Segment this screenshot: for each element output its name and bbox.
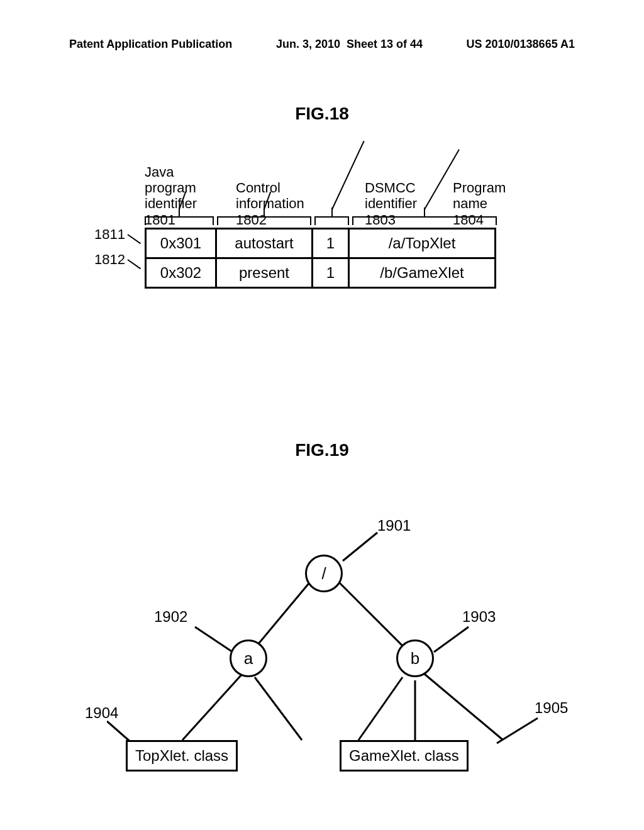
- node-gamexlet-ref: 1905: [535, 699, 568, 717]
- node-gamexlet: GameXlet. class: [340, 740, 469, 772]
- publication-type: Patent Application Publication: [69, 38, 232, 51]
- cell-java-prog-id: 0x301: [146, 229, 216, 258]
- svg-line-8: [195, 627, 233, 652]
- svg-line-1: [333, 577, 409, 652]
- cell-prog-name: /b/GameXlet: [349, 258, 496, 288]
- svg-line-11: [497, 718, 538, 743]
- cell-prog-name: /a/TopXlet: [349, 229, 496, 258]
- col-java-prog-id-label: Java program identifier: [145, 164, 197, 212]
- cell-java-prog-id: 0x302: [146, 258, 216, 288]
- cell-control-info: autostart: [216, 229, 313, 258]
- svg-line-7: [343, 533, 377, 561]
- node-b-ref: 1903: [462, 608, 496, 626]
- col-prog-name-label: Program name: [453, 180, 506, 211]
- figure-18-title: FIG.18: [0, 104, 644, 124]
- fig18-table: 0x301 autostart 1 /a/TopXlet 0x302 prese…: [145, 228, 496, 289]
- page-header: Patent Application Publication Jun. 3, 2…: [0, 38, 644, 51]
- col-control-info-label: Control information: [236, 180, 304, 211]
- pub-date: Jun. 3, 2010: [276, 38, 340, 50]
- publication-id: US 2010/0138665 A1: [467, 38, 575, 51]
- table-row: 0x302 present 1 /b/GameXlet: [146, 258, 496, 288]
- node-a-ref: 1902: [154, 608, 187, 626]
- cell-dsmcc-id: 1: [313, 258, 349, 288]
- node-root-ref: 1901: [377, 517, 411, 534]
- tree-edges: [107, 495, 585, 778]
- sheet-number: Sheet 13 of 44: [347, 38, 423, 50]
- svg-line-9: [434, 627, 469, 652]
- table-row: 0x301 autostart 1 /a/TopXlet: [146, 229, 496, 258]
- figure-19-title: FIG.19: [0, 440, 644, 460]
- svg-line-4: [358, 677, 402, 740]
- cell-dsmcc-id: 1: [313, 229, 349, 258]
- svg-line-2: [182, 674, 242, 740]
- node-root: /: [305, 555, 343, 592]
- row-1811-ref: 1811: [94, 226, 125, 243]
- cell-control-info: present: [216, 258, 313, 288]
- tree-diagram: 1901 / 1902 a 1903 b 1904 TopXlet. class…: [107, 495, 585, 778]
- node-a: a: [230, 639, 267, 677]
- row-1812-ref: 1812: [94, 252, 125, 268]
- svg-line-0: [252, 577, 314, 652]
- svg-line-6: [425, 674, 503, 740]
- node-topxlet: TopXlet. class: [126, 740, 238, 772]
- node-b: b: [396, 639, 434, 677]
- figure-19: FIG.19 1901: [0, 440, 644, 778]
- node-topxlet-ref: 1904: [85, 704, 118, 722]
- svg-line-3: [255, 677, 302, 740]
- figure-18: FIG.18 Java program identifier 1801 Cont…: [0, 104, 644, 289]
- col-dsmcc-id-label: DSMCC identifier: [365, 180, 417, 211]
